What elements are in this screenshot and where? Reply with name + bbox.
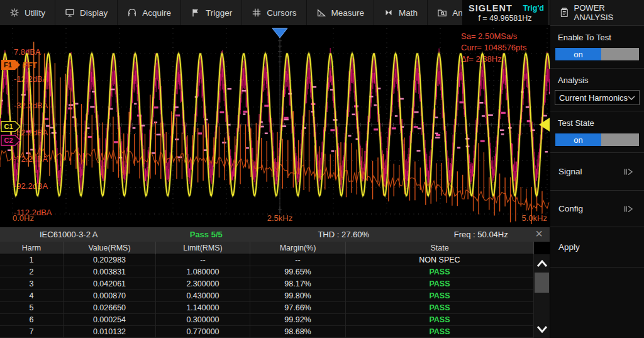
- column-header-limit-rms-: Limit(RMS): [156, 242, 250, 254]
- menu-item-label: Acquire: [142, 8, 171, 18]
- table-row[interactable]: 40.0008700.43000099.80%PASS: [0, 290, 534, 302]
- power-analysis-panel: POWER ANALYSIS Enable To Test on Analysi…: [550, 0, 644, 338]
- table-cell: 98.68%: [250, 326, 346, 338]
- measure-icon: [316, 8, 326, 18]
- acquire-icon: [127, 8, 137, 18]
- column-header-harm: Harm: [0, 242, 64, 254]
- expand-submenu-icon: [622, 167, 636, 177]
- table-scrollbar[interactable]: [534, 254, 550, 338]
- menu-item-label: Cursors: [267, 8, 296, 18]
- menu-item-cursors[interactable]: Cursors: [242, 0, 306, 25]
- table-cell: 0.010132: [64, 326, 156, 338]
- test-state-toggle[interactable]: on: [555, 133, 640, 147]
- analysis-section: Analysis Current Harmonics: [550, 68, 644, 111]
- table-row[interactable]: 30.0420612.30000098.17%PASS: [0, 278, 534, 290]
- test-state-label: Test State: [555, 118, 640, 128]
- svg-text:C2: C2: [4, 137, 13, 144]
- apply-label: Apply: [558, 242, 580, 252]
- panel-header: POWER ANALYSIS: [550, 0, 644, 25]
- table-cell: 0.202983: [64, 254, 156, 266]
- state-cell: PASS: [346, 302, 534, 314]
- state-cell: NON SPEC: [346, 254, 534, 266]
- chevron-up-icon: [536, 259, 548, 268]
- acquisition-readout: Sa= 2.50MSa/sCurr= 1048576ptsΔf= 2.38Hz: [461, 31, 527, 64]
- state-cell: PASS: [346, 290, 534, 302]
- scroll-up-button[interactable]: [534, 254, 550, 272]
- state-cell: PASS: [346, 278, 534, 290]
- menu-item-trigger[interactable]: Trigger: [181, 0, 242, 25]
- analysis-icon: [437, 8, 447, 18]
- freq-readout: Freq : 50.04Hz: [413, 230, 550, 239]
- f1-channel-tag[interactable]: F1FFT: [1, 60, 37, 70]
- test-state-section: Test State on: [550, 111, 644, 152]
- toggle-on-segment: on: [555, 133, 601, 146]
- column-header-value-rms-: Value(RMS): [64, 242, 156, 254]
- svg-text:2.5kHz: 2.5kHz: [267, 213, 292, 223]
- svg-text:-12.2dBA: -12.2dBA: [14, 74, 48, 84]
- close-icon[interactable]: ×: [531, 227, 547, 242]
- toggle-off-segment: [601, 133, 639, 146]
- signal-menu-item[interactable]: Signal: [550, 152, 644, 190]
- table-cell: 98.17%: [250, 278, 346, 290]
- column-header-state: State: [346, 242, 534, 254]
- trigger-status-badge: Trig'd: [523, 4, 544, 13]
- trigger-level-marker[interactable]: [539, 118, 550, 132]
- scrollbar-thumb[interactable]: [535, 273, 549, 293]
- column-header-margin-: Margin(%): [250, 242, 346, 254]
- menu-item-utility[interactable]: Utility: [0, 0, 55, 25]
- standard-label: IEC61000-3-2 A: [0, 230, 138, 239]
- analysis-dropdown[interactable]: Current Harmonics: [555, 90, 640, 105]
- table-row[interactable]: 10.202983----NON SPEC: [0, 254, 534, 266]
- waveform-display: 7.8dBA-12.2dBA-32.2dBA-52.2dBA-72.2dBA-9…: [0, 25, 550, 225]
- svg-text:FFT: FFT: [23, 61, 37, 70]
- table-cell: 99.65%: [250, 266, 346, 278]
- table-row[interactable]: 60.0002540.30000099.92%PASS: [0, 314, 534, 326]
- table-cell: 0.003831: [64, 266, 156, 278]
- svg-text:0.0Hz: 0.0Hz: [13, 213, 34, 223]
- menu-item-acquire[interactable]: Acquire: [118, 0, 181, 25]
- table-cell: 0.770000: [156, 326, 250, 338]
- table-cell: --: [250, 254, 346, 266]
- menu-item-label: Measure: [331, 8, 365, 18]
- table-cell: 4: [0, 290, 64, 302]
- apply-button[interactable]: Apply: [550, 227, 644, 267]
- menu-item-display[interactable]: Display: [55, 0, 118, 25]
- state-cell: PASS: [346, 266, 534, 278]
- siglent-logo: SIGLENT: [469, 3, 513, 13]
- enable-to-test-section: Enable To Test on: [550, 25, 644, 68]
- menu-item-measure[interactable]: Measure: [307, 0, 375, 25]
- table-cell: 0.000870: [64, 290, 156, 302]
- enable-to-test-toggle[interactable]: on: [555, 47, 640, 61]
- analysis-label: Analysis: [555, 76, 640, 85]
- chevron-down-icon: [628, 96, 635, 100]
- enable-to-test-label: Enable To Test: [555, 33, 640, 42]
- harmonics-table-header: HarmValue(RMS)Limit(RMS)Margin(%)State: [0, 242, 534, 254]
- table-cell: 0.430000: [156, 290, 250, 302]
- display-icon: [65, 8, 75, 18]
- table-cell: --: [156, 254, 250, 266]
- panel-filler: [550, 267, 644, 338]
- freq-axis-labels: 0.0Hz2.5kHz5.0kHz: [13, 213, 547, 223]
- menu-item-math[interactable]: Math: [374, 0, 428, 25]
- scroll-down-button[interactable]: [534, 320, 550, 338]
- table-cell: 0.042061: [64, 278, 156, 290]
- table-row[interactable]: 20.0038311.08000099.65%PASS: [0, 266, 534, 278]
- config-menu-item[interactable]: Config: [550, 190, 644, 227]
- svg-text:Sa= 2.50MSa/s: Sa= 2.50MSa/s: [461, 31, 518, 41]
- thd-readout: THD : 27.60%: [275, 230, 413, 239]
- brand-cluster: SIGLENT Trig'd f = 49.96581Hz: [462, 0, 548, 25]
- svg-text:C1: C1: [4, 123, 13, 130]
- toggle-off-segment: [601, 48, 639, 60]
- harmonics-table-body: 10.202983----NON SPEC20.0038311.08000099…: [0, 254, 534, 338]
- table-cell: 0.026650: [64, 302, 156, 314]
- table-cell: 99.92%: [250, 314, 346, 326]
- trigger-frequency-readout: f = 49.96581Hz: [462, 14, 548, 23]
- table-row[interactable]: 50.0266501.14000097.66%PASS: [0, 302, 534, 314]
- table-cell: 0.300000: [156, 314, 250, 326]
- table-cell: 0.000254: [64, 314, 156, 326]
- table-cell: 6: [0, 314, 64, 326]
- menu-item-label: Math: [399, 8, 418, 18]
- trigger-position-marker[interactable]: [272, 28, 287, 38]
- table-row[interactable]: 70.0101320.77000098.68%PASS: [0, 326, 534, 338]
- waveform-svg: 7.8dBA-12.2dBA-32.2dBA-52.2dBA-72.2dBA-9…: [0, 25, 550, 225]
